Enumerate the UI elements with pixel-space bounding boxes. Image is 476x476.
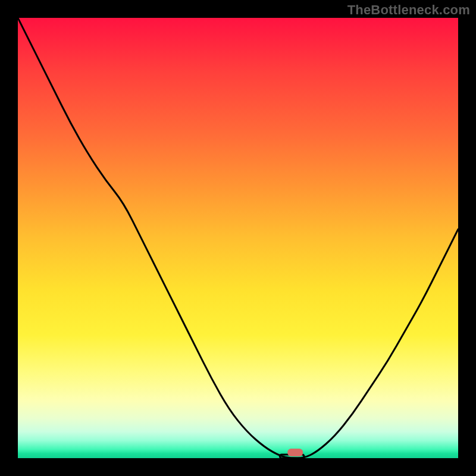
chart-frame: TheBottleneck.com — [0, 0, 476, 476]
bottleneck-curve — [18, 18, 458, 458]
optimal-marker — [287, 449, 303, 456]
plot-area — [18, 18, 458, 458]
curve-layer — [18, 18, 458, 458]
watermark-label: TheBottleneck.com — [347, 2, 470, 18]
